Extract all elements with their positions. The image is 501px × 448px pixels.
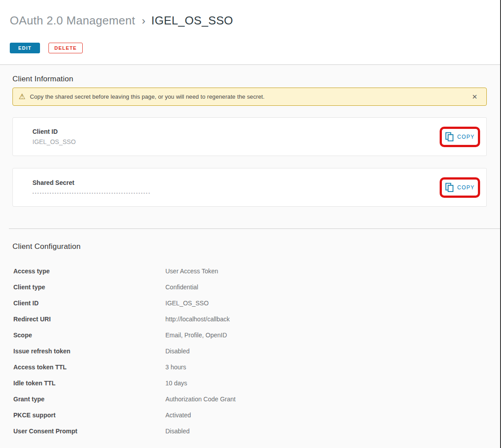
config-value: Disabled	[165, 348, 189, 355]
section-divider	[9, 228, 501, 229]
config-value: Activated	[165, 412, 191, 419]
config-value: 3 hours	[165, 364, 186, 371]
client-information-heading: Client Information	[12, 65, 487, 84]
copy-highlight-annotation: COPY	[440, 127, 480, 147]
shared-secret-masked-value: ••••••••••••••••••••••••••••••••••••••••…	[32, 191, 440, 196]
config-label: Access token TTL	[13, 364, 165, 371]
copy-shared-secret-button[interactable]: COPY	[445, 183, 475, 192]
close-icon[interactable]: ✕	[472, 93, 477, 101]
config-label: Grant type	[13, 396, 165, 403]
config-value: Authorization Code Grant	[165, 396, 236, 403]
config-row-idle-token-ttl: Idle token TTL 10 days	[13, 375, 487, 391]
config-label: User Consent Prompt	[13, 428, 165, 435]
client-id-card-text: Client ID IGEL_OS_SSO	[32, 128, 440, 145]
config-value: Email, Profile, OpenID	[165, 332, 227, 339]
config-label: Client type	[13, 284, 165, 291]
copy-icon	[445, 183, 454, 192]
config-row-access-token-ttl: Access token TTL 3 hours	[13, 359, 487, 375]
client-id-value: IGEL_OS_SSO	[32, 138, 440, 145]
client-id-card: Client ID IGEL_OS_SSO COPY	[12, 117, 487, 156]
client-configuration-heading: Client Configuration	[12, 242, 487, 251]
shared-secret-card-text: Shared Secret ••••••••••••••••••••••••••…	[32, 179, 440, 196]
config-row-client-type: Client type Confidential	[13, 279, 487, 295]
edit-button[interactable]: EDIT	[10, 43, 40, 53]
config-row-grant-type: Grant type Authorization Code Grant	[13, 391, 487, 407]
action-buttons: EDIT DELETE	[10, 43, 501, 53]
copy-highlight-annotation: COPY	[440, 177, 480, 198]
config-label: Idle token TTL	[13, 380, 165, 387]
breadcrumb-parent-link[interactable]: OAuth 2.0 Management	[10, 14, 135, 27]
config-value: User Access Token	[165, 268, 218, 275]
config-label: Scope	[13, 332, 165, 339]
delete-button[interactable]: DELETE	[48, 43, 83, 53]
config-row-user-consent-prompt: User Consent Prompt Disabled	[13, 423, 487, 439]
page-header: OAuth 2.0 Management›IGEL_OS_SSO EDIT DE…	[0, 0, 501, 65]
warning-banner: ⚠ Copy the shared secret before leaving …	[12, 88, 487, 106]
config-label: Client ID	[13, 300, 165, 307]
chevron-right-icon: ›	[142, 15, 145, 27]
config-label: Redirect URI	[13, 316, 165, 323]
client-id-label: Client ID	[32, 128, 440, 135]
main-content: Client Information ⚠ Copy the shared sec…	[0, 65, 501, 439]
config-label: Access type	[13, 268, 165, 275]
shared-secret-label: Shared Secret	[32, 179, 440, 186]
config-row-redirect-uri: Redirect URI http://localhost/callback	[13, 311, 487, 327]
warning-message: Copy the shared secret before leaving th…	[30, 93, 265, 100]
config-value: Disabled	[165, 428, 189, 435]
config-row-pkce-support: PKCE support Activated	[13, 407, 487, 423]
config-value: IGEL_OS_SSO	[165, 300, 208, 307]
page-title: IGEL_OS_SSO	[151, 14, 233, 27]
client-configuration-list: Access type User Access Token Client typ…	[12, 263, 487, 439]
config-row-scope: Scope Email, Profile, OpenID	[13, 327, 487, 343]
config-value: Confidential	[165, 284, 198, 291]
config-value: 10 days	[165, 380, 187, 387]
copy-client-id-button[interactable]: COPY	[445, 132, 475, 142]
copy-button-label: COPY	[457, 184, 475, 191]
breadcrumb: OAuth 2.0 Management›IGEL_OS_SSO	[10, 13, 501, 28]
config-row-access-type: Access type User Access Token	[13, 263, 487, 279]
config-row-client-id: Client ID IGEL_OS_SSO	[13, 295, 487, 311]
copy-button-label: COPY	[457, 134, 475, 140]
config-label: PKCE support	[13, 412, 165, 419]
warning-triangle-icon: ⚠	[19, 93, 25, 100]
config-value: http://localhost/callback	[165, 316, 230, 323]
copy-icon	[445, 132, 454, 142]
config-label: Issue refresh token	[13, 348, 165, 355]
config-row-issue-refresh-token: Issue refresh token Disabled	[13, 343, 487, 359]
shared-secret-card: Shared Secret ••••••••••••••••••••••••••…	[12, 168, 487, 207]
